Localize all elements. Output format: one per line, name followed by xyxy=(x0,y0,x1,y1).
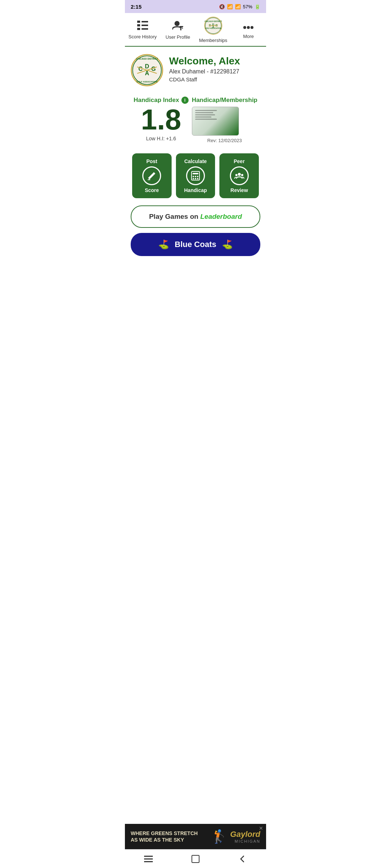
welcome-section: CHICAGO DISTRICT GOLF ASSOCIATION C D G … xyxy=(131,54,260,88)
list-icon xyxy=(137,21,148,33)
peer-review-icon xyxy=(230,166,249,185)
ad-right: 🏌️ Gaylord MICHIGAN xyxy=(211,829,260,844)
svg-text:CHICAGO DISTRICT: CHICAGO DISTRICT xyxy=(136,58,158,60)
svg-point-38 xyxy=(197,176,198,177)
ad-logo: Gaylord MICHIGAN xyxy=(230,830,260,843)
android-home-button[interactable] xyxy=(172,855,219,863)
calculate-top: Calculate xyxy=(184,158,207,164)
club-logo: CHICAGO DISTRICT GOLF ASSOCIATION C D G … xyxy=(131,54,163,88)
svg-point-20 xyxy=(243,26,246,29)
status-time: 2:15 xyxy=(131,4,142,10)
welcome-role: CDGA Staff xyxy=(169,76,240,82)
nav-bar: Score History User Profile CHICAGO DISTR… xyxy=(125,13,266,47)
card-line-1 xyxy=(195,110,217,111)
svg-rect-7 xyxy=(180,26,183,27)
mute-icon: 🔇 xyxy=(219,4,225,9)
svg-point-44 xyxy=(241,174,243,176)
membership-title: Handicap/Membership xyxy=(192,97,257,104)
play-games-highlight: Leaderboard xyxy=(200,213,242,220)
user-profile-label: User Profile xyxy=(165,34,190,40)
handicap-value: 1.8 xyxy=(134,105,189,134)
bottom-nav xyxy=(125,849,266,868)
welcome-text: Welcome, Alex Alex Duhamel - #12298127 C… xyxy=(169,54,240,82)
svg-rect-8 xyxy=(180,27,181,30)
svg-rect-47 xyxy=(144,861,153,862)
handicap-membership-block: Handicap/Membership Rev: 12/02/2023 xyxy=(192,97,257,143)
home-square-icon xyxy=(192,855,199,863)
calculate-handicap-button[interactable]: Calculate Handicap xyxy=(176,153,215,198)
ad-brand: Gaylord xyxy=(230,830,260,839)
svg-rect-4 xyxy=(137,28,140,30)
ad-state: MICHIGAN xyxy=(230,839,260,843)
svg-rect-5 xyxy=(142,28,148,30)
svg-point-40 xyxy=(195,178,196,179)
ad-banner[interactable]: WHERE GREENS STRETCHAS WIDE AS THE SKY 🏌… xyxy=(125,824,266,849)
ad-close-icon[interactable]: ✕ xyxy=(259,825,263,831)
nav-memberships[interactable]: CHICAGO DISTRICT GOLF ASSOCIATION C D G … xyxy=(196,17,231,43)
peer-top: Peer xyxy=(234,158,245,164)
svg-point-39 xyxy=(193,178,194,179)
status-bar: 2:15 🔇 📶 📶 57% 🔋 xyxy=(125,0,266,13)
svg-point-21 xyxy=(247,26,250,29)
svg-point-22 xyxy=(251,26,253,29)
post-score-button[interactable]: Post Score xyxy=(132,153,172,198)
play-games-button[interactable]: Play Games on Leaderboard xyxy=(131,205,260,228)
svg-point-43 xyxy=(235,174,237,176)
card-lines xyxy=(195,110,217,120)
handicap-section: Handicap Index i 1.8 Low H.I: +1.6 Handi… xyxy=(131,97,260,143)
svg-point-36 xyxy=(193,176,194,177)
info-icon[interactable]: i xyxy=(181,97,189,104)
card-line-5 xyxy=(195,119,217,120)
svg-point-42 xyxy=(238,173,241,176)
svg-rect-35 xyxy=(193,173,198,174)
blue-coats-icon-right: ⛳ xyxy=(222,239,233,250)
ad-golfer-icon: 🏌️ xyxy=(211,829,227,844)
svg-text:D: D xyxy=(145,63,149,69)
handicap-index-block: Handicap Index i 1.8 Low H.I: +1.6 xyxy=(134,97,189,141)
handicap-title: Handicap Index i xyxy=(134,97,189,104)
battery-icon: 🔋 xyxy=(255,4,260,9)
svg-rect-3 xyxy=(142,25,148,26)
svg-text:CHICAGO DISTRICT: CHICAGO DISTRICT xyxy=(205,20,222,22)
svg-line-9 xyxy=(182,27,183,29)
android-menu-button[interactable] xyxy=(125,856,172,862)
svg-text:GOLF ASSOCIATION: GOLF ASSOCIATION xyxy=(136,81,157,83)
user-profile-icon xyxy=(172,20,183,33)
low-hi-label: Low H.I: +1.6 xyxy=(134,136,189,141)
wifi-icon: 📶 xyxy=(227,4,233,9)
svg-rect-46 xyxy=(144,858,153,859)
signal-icon: 📶 xyxy=(235,4,241,9)
svg-rect-0 xyxy=(137,21,140,23)
post-score-bottom: Score xyxy=(145,187,159,193)
svg-point-6 xyxy=(175,21,180,26)
card-line-3 xyxy=(195,114,215,115)
nav-user-profile[interactable]: User Profile xyxy=(160,20,196,40)
action-buttons: Post Score Calculate xyxy=(131,153,260,198)
status-icons: 🔇 📶 📶 57% 🔋 xyxy=(219,4,260,9)
membership-rev: Rev: 12/02/2023 xyxy=(192,138,257,143)
blue-coats-icon-left: ⛳ xyxy=(158,239,169,250)
blue-coats-button[interactable]: ⛳ Blue Coats ⛳ xyxy=(131,233,260,256)
nav-more[interactable]: More xyxy=(231,21,266,39)
more-label: More xyxy=(243,34,254,39)
welcome-greeting: Welcome, Alex xyxy=(169,55,240,67)
svg-point-41 xyxy=(197,178,198,179)
card-line-4 xyxy=(195,116,211,118)
main-content: CHICAGO DISTRICT GOLF ASSOCIATION C D G … xyxy=(125,47,266,271)
welcome-name: Alex Duhamel - #12298127 xyxy=(169,68,240,75)
peer-bottom: Review xyxy=(231,187,248,193)
membership-card[interactable] xyxy=(192,107,239,136)
calculate-icon xyxy=(186,166,205,185)
nav-score-history[interactable]: Score History xyxy=(125,21,160,39)
more-dots-icon xyxy=(243,21,254,32)
calculate-bottom: Handicap xyxy=(184,187,207,193)
memberships-label: Memberships xyxy=(199,38,227,43)
cdga-logo-icon: CHICAGO DISTRICT GOLF ASSOCIATION C D G … xyxy=(204,17,222,36)
peer-review-button[interactable]: Peer Review xyxy=(219,153,259,198)
score-history-label: Score History xyxy=(129,34,157,39)
svg-rect-2 xyxy=(137,24,140,26)
android-back-button[interactable] xyxy=(219,855,266,863)
post-score-icon xyxy=(142,166,161,185)
svg-point-37 xyxy=(195,176,196,177)
post-score-top: Post xyxy=(146,158,157,164)
